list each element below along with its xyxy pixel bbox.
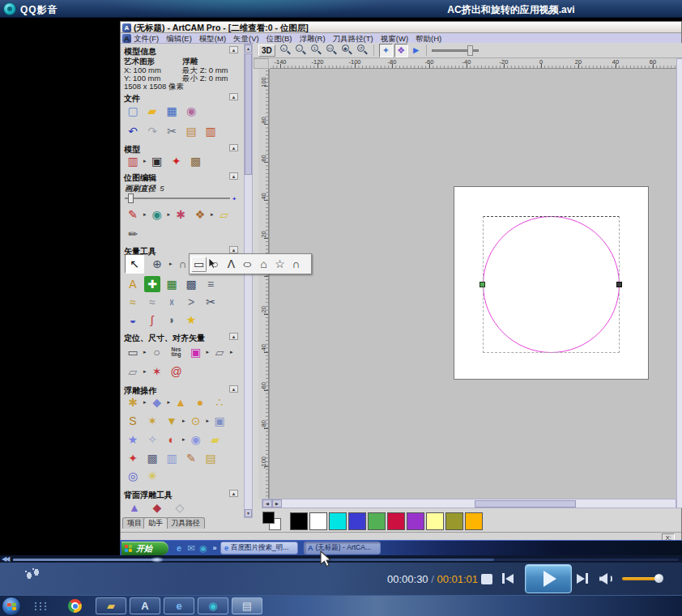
star-relief-icon[interactable]: ★ xyxy=(125,431,141,448)
turn-relief-icon[interactable]: ◐ xyxy=(164,431,180,448)
collapse-model-info-button[interactable]: ▲ xyxy=(229,46,238,53)
invert-relief-icon[interactable]: ▣ xyxy=(149,153,165,169)
create-polygon-icon[interactable]: ⌂ xyxy=(256,257,271,272)
create-polyline-icon[interactable]: Λ xyxy=(224,257,239,272)
spray-icon[interactable]: ✱ xyxy=(173,206,189,223)
paint-flyout[interactable]: ▸ xyxy=(143,211,147,218)
seek-bar[interactable]: ◀◀ xyxy=(0,555,682,563)
backface-grey-icon[interactable]: ◇ xyxy=(170,498,190,517)
show-bitmap-toggle[interactable]: ✦ xyxy=(379,44,393,57)
vector-text-icon[interactable]: A xyxy=(125,276,141,292)
zoom-in-icon[interactable]: + xyxy=(279,44,292,57)
seek-playhead-glow[interactable] xyxy=(151,557,164,563)
fade-relief-icon[interactable]: ✧ xyxy=(144,431,160,448)
close-vector-icon[interactable]: > xyxy=(183,294,199,310)
pile-relief-icon[interactable]: ∴ xyxy=(211,394,228,410)
umbrella-relief-icon[interactable]: ✦ xyxy=(125,450,141,466)
play-button[interactable] xyxy=(525,564,572,593)
palette-swatch[interactable] xyxy=(445,512,463,530)
splash-relief-icon[interactable]: ✳ xyxy=(144,468,160,484)
collapse-vector-button[interactable]: ▲ xyxy=(229,246,238,253)
smooth-relief-flyout[interactable]: ▸ xyxy=(143,399,147,406)
envelope-relief-icon[interactable]: ▣ xyxy=(211,413,228,429)
palette-swatch[interactable] xyxy=(465,512,483,530)
offset-vector-icon[interactable]: ✚ xyxy=(144,276,160,292)
column-relief-icon[interactable]: ▩ xyxy=(144,450,160,466)
chrome-taskbar-icon[interactable] xyxy=(68,599,82,613)
palette-swatch[interactable] xyxy=(290,512,308,530)
import-model-icon[interactable]: ◉ xyxy=(183,103,199,119)
collapse-bitmap-button[interactable]: ▲ xyxy=(229,172,238,180)
primary-secondary-color-swatch[interactable] xyxy=(262,512,283,531)
artcam-taskbar-button[interactable]: A xyxy=(130,597,160,614)
menu-item[interactable]: 模型(M) xyxy=(199,34,226,43)
menu-item[interactable]: 浮雕(R) xyxy=(299,34,325,43)
paste-array-icon[interactable]: ≡ xyxy=(202,276,219,292)
open-model-icon[interactable]: ▰ xyxy=(144,103,160,119)
nesting-icon[interactable]: Nes ting xyxy=(168,344,185,360)
palette-swatch[interactable] xyxy=(407,512,424,530)
draw-icon[interactable]: ✏ xyxy=(125,226,141,242)
paste-icon[interactable]: ▥ xyxy=(202,123,219,139)
stamp-relief-flyout[interactable]: ▸ xyxy=(182,418,185,424)
collapse-file-button[interactable]: ▲ xyxy=(229,93,238,100)
volume-icon[interactable] xyxy=(599,573,614,584)
create-rectangle-icon[interactable]: ▭ xyxy=(191,257,207,272)
adjust-model-icon[interactable]: ▥ xyxy=(125,153,141,169)
preview-relief-icon[interactable]: ► xyxy=(411,45,421,56)
sculpt-relief-icon[interactable]: ◆ xyxy=(149,394,165,410)
save-model-icon[interactable]: ▦ xyxy=(164,103,180,119)
zoom-out-icon[interactable]: − xyxy=(294,44,307,57)
menu-item[interactable]: 刀具路径(T) xyxy=(333,34,373,43)
brush-slider-thumb[interactable] xyxy=(128,193,134,203)
offset-relief-icon[interactable]: ⊙ xyxy=(188,413,204,429)
slice-vector-icon[interactable]: ◗ xyxy=(164,312,180,328)
quick-ie-icon[interactable]: e xyxy=(173,542,185,554)
canvas-hscroll-thumb[interactable] xyxy=(475,500,576,508)
transform-vectors-icon[interactable]: ⊕ xyxy=(147,254,167,274)
footprint-icon[interactable] xyxy=(24,567,42,580)
palette-swatch[interactable] xyxy=(387,512,405,530)
view-3d-button[interactable]: 3D xyxy=(258,45,275,57)
selection-bounding-box[interactable] xyxy=(483,216,620,353)
select-vectors-icon[interactable]: ↖ xyxy=(125,254,144,274)
brush-slider-track[interactable] xyxy=(125,198,230,199)
spiral-icon[interactable]: @ xyxy=(168,363,185,380)
sculpt-relief-flyout[interactable]: ▸ xyxy=(168,399,171,406)
rewind-icon[interactable]: ◀◀ xyxy=(2,555,8,563)
mesh-ball-icon[interactable]: ◎ xyxy=(125,468,141,484)
xp-task-baidu[interactable]: e百度图片搜索_明... xyxy=(220,542,298,554)
zoom-objects-icon[interactable]: ◆ xyxy=(340,44,353,57)
turn-relief-flyout[interactable]: ▸ xyxy=(182,436,185,443)
panel-scroll-down-button[interactable]: ▼ xyxy=(245,509,252,517)
collapse-backface-button[interactable]: ▲ xyxy=(229,490,238,497)
adjust-model-flyout[interactable]: ▸ xyxy=(143,158,147,164)
panel-scrollbar[interactable]: ▲ ▼ xyxy=(244,44,253,518)
volume-slider[interactable] xyxy=(622,576,659,582)
xp-task-artcam[interactable]: A(无标题) - ArtCA... xyxy=(304,542,381,554)
position-size-flyout[interactable]: ▸ xyxy=(143,349,147,355)
palette-icon[interactable]: ❖ xyxy=(192,206,208,223)
video-area[interactable]: A (无标题) - ArtCAM Pro - [二维查看:0 - 位图层] A … xyxy=(0,18,682,555)
primary-color[interactable] xyxy=(262,512,275,524)
next-button[interactable] xyxy=(577,573,588,584)
fit-to-curve-icon[interactable]: ✶ xyxy=(149,363,165,380)
start-orb[interactable] xyxy=(2,597,21,616)
canvas-hscroll-right-button[interactable]: ▶ xyxy=(272,499,282,508)
menu-item[interactable]: 矢量(V) xyxy=(233,34,259,43)
rotate-copies-icon[interactable]: ○ xyxy=(149,344,165,360)
vector-texture-icon[interactable]: ★ xyxy=(183,312,199,328)
canvas-hscroll-left-button[interactable]: ◀ xyxy=(262,499,272,508)
fit-arcs-icon[interactable]: ≈ xyxy=(125,294,141,310)
deposit-relief-icon[interactable]: ▲ xyxy=(173,394,189,410)
join-vectors-icon[interactable]: )( xyxy=(164,294,180,310)
backface-pyramid-icon[interactable]: ▲ xyxy=(125,498,144,517)
panel-scroll-thumb[interactable] xyxy=(245,53,252,175)
palette-flyout[interactable]: ▸ xyxy=(211,211,214,218)
quick-mail-icon[interactable]: ✉ xyxy=(185,542,197,554)
xp-quick-chevron[interactable]: » xyxy=(209,542,220,554)
collapse-relief-button[interactable]: ▲ xyxy=(229,385,238,393)
free-polyline-icon[interactable]: ≈ xyxy=(144,294,160,310)
collapse-model-button[interactable]: ▲ xyxy=(229,144,238,151)
position-size-icon[interactable]: ▭ xyxy=(125,344,141,360)
